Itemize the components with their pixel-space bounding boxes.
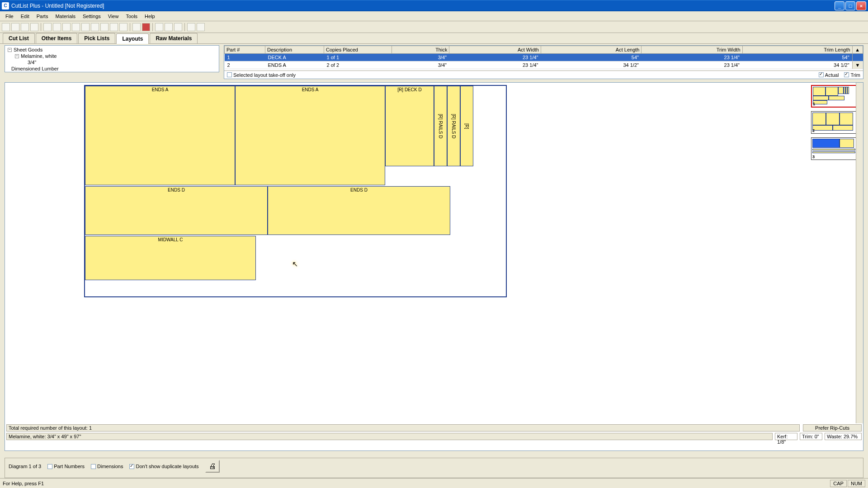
tab-raw[interactable]: Raw Materials <box>150 33 198 43</box>
title-bar: C CutList Plus - Untitled [Not Registere… <box>0 0 868 11</box>
menu-view[interactable]: View <box>104 13 123 20</box>
menu-tools[interactable]: Tools <box>122 13 141 20</box>
tool-icon[interactable] <box>132 23 141 31</box>
tool-icon[interactable] <box>81 23 90 31</box>
close-button[interactable]: × <box>856 1 866 10</box>
window-title: CutList Plus - Untitled [Not Registered] <box>11 3 835 9</box>
tool-icon[interactable] <box>119 23 127 31</box>
tool-icon[interactable] <box>155 23 163 31</box>
menu-parts[interactable]: Parts <box>33 13 52 20</box>
save-icon[interactable] <box>21 23 29 31</box>
cut-icon[interactable] <box>43 23 52 31</box>
maximize-button[interactable]: □ <box>845 1 855 10</box>
tool-icon[interactable] <box>110 23 118 31</box>
minimize-button[interactable]: _ <box>835 1 844 10</box>
menu-settings[interactable]: Settings <box>79 13 104 20</box>
tool-icon[interactable] <box>100 23 108 31</box>
toolbar <box>0 21 868 33</box>
new-icon[interactable] <box>2 23 10 31</box>
tool-icon[interactable] <box>187 23 195 31</box>
menu-help[interactable]: Help <box>141 13 159 20</box>
copy-icon[interactable] <box>53 23 61 31</box>
tool-icon[interactable] <box>72 23 80 31</box>
app-icon: C <box>2 2 9 9</box>
menu-bar: File Edit Parts Materials Settings View … <box>0 11 868 21</box>
menu-edit[interactable]: Edit <box>17 13 33 20</box>
menu-materials[interactable]: Materials <box>52 13 79 20</box>
open-icon[interactable] <box>11 23 19 31</box>
refresh-icon[interactable] <box>197 23 205 31</box>
print-icon[interactable] <box>30 23 38 31</box>
tab-pick[interactable]: Pick Lists <box>78 33 115 43</box>
tool-icon[interactable] <box>91 23 99 31</box>
tab-layouts[interactable]: Layouts <box>116 33 149 44</box>
tool-icon[interactable] <box>165 23 173 31</box>
tab-cutlist[interactable]: Cut List <box>3 33 35 43</box>
lock-icon[interactable] <box>174 23 182 31</box>
menu-file[interactable]: File <box>2 13 17 20</box>
paste-icon[interactable] <box>62 23 71 31</box>
tool-icon[interactable] <box>142 23 150 31</box>
main-tabs: Cut List Other Items Pick Lists Layouts … <box>0 33 868 44</box>
tab-other[interactable]: Other Items <box>36 33 78 43</box>
